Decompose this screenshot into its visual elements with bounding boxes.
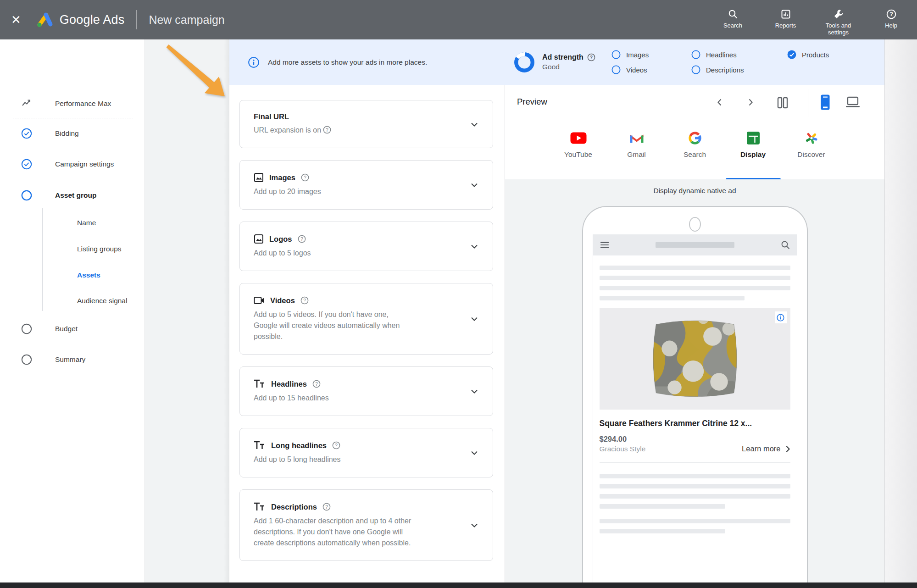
unchecked-circle-icon <box>611 65 621 74</box>
nav-tools-settings-button[interactable]: Tools and settings <box>816 9 861 36</box>
sidebar-item-budget[interactable]: Budget <box>0 320 78 338</box>
checklist-item-videos[interactable]: Videos <box>611 65 680 74</box>
phone-screen: Square Feathers Krammer Citrine 12 x... … <box>593 234 797 582</box>
sidebar-subitem-name[interactable]: Name <box>0 215 96 231</box>
help-circle-icon[interactable]: ? <box>301 173 309 182</box>
help-circle-icon[interactable]: ? <box>298 235 306 243</box>
skeleton-line <box>600 296 745 300</box>
chevron-down-icon[interactable] <box>469 447 480 458</box>
content-gutter <box>145 39 229 582</box>
checklist-label: Headlines <box>706 51 737 59</box>
nav-search-button[interactable]: Search <box>711 9 755 29</box>
help-circle-icon[interactable]: ? <box>323 126 331 134</box>
sidebar-item-campaign-settings[interactable]: Campaign settings <box>0 155 114 173</box>
long-headlines-card[interactable]: Long headlines ? Add up to 5 long headli… <box>239 428 493 477</box>
ad-info-icon[interactable] <box>775 311 787 323</box>
search-icon <box>728 9 739 20</box>
previous-preview-button[interactable] <box>714 95 725 110</box>
side-by-side-view-icon[interactable] <box>776 96 789 109</box>
card-subtitle: Add up to 5 long headlines <box>254 454 412 465</box>
preview-title: Preview <box>517 97 547 107</box>
menu-icon <box>600 240 609 249</box>
svg-text:?: ? <box>326 128 328 133</box>
next-preview-button[interactable] <box>745 95 756 110</box>
tab-youtube[interactable]: YouTube <box>551 121 606 179</box>
chevron-down-icon[interactable] <box>469 241 480 252</box>
tab-gmail[interactable]: Gmail <box>609 121 664 179</box>
sidebar-subitem-audience-signal[interactable]: Audience signal <box>0 293 127 309</box>
desktop-preview-button[interactable] <box>845 96 861 109</box>
checklist-item-images[interactable]: Images <box>611 50 680 59</box>
card-subtitle: Add up to 5 logos <box>254 248 412 259</box>
sidebar-item-performance-max[interactable]: Performance Max <box>0 94 111 113</box>
learn-more-label: Learn more <box>742 444 780 453</box>
sidebar-subitem-assets[interactable]: Assets <box>0 267 100 283</box>
chevron-down-icon[interactable] <box>469 520 480 531</box>
chevron-down-icon[interactable] <box>469 119 480 130</box>
tab-label: Discover <box>797 150 825 159</box>
nav-tools-settings-label: Tools and settings <box>816 22 861 36</box>
help-circle-icon[interactable]: ? <box>312 380 321 388</box>
sidebar-item-label: Summary <box>55 355 85 364</box>
sidebar-item-summary[interactable]: Summary <box>0 350 85 369</box>
sidebar-item-label: Budget <box>55 325 78 333</box>
phone-mockup: Square Feathers Krammer Citrine 12 x... … <box>582 206 808 582</box>
close-icon[interactable]: ✕ <box>11 14 21 26</box>
checklist-item-headlines[interactable]: Headlines <box>691 50 776 59</box>
step-todo-icon <box>21 354 32 365</box>
logos-card[interactable]: Logos ? Add up to 5 logos <box>239 222 493 271</box>
reports-icon <box>780 9 791 20</box>
unchecked-circle-icon <box>611 50 621 59</box>
chevron-down-icon[interactable] <box>469 386 480 397</box>
videos-card[interactable]: Videos ? Add up to 5 videos. If you don'… <box>239 283 493 355</box>
pillow-product-image <box>649 311 741 406</box>
chevron-down-icon[interactable] <box>469 179 480 190</box>
top-app-bar: ✕ Google Ads New campaign Search Reports <box>0 0 917 39</box>
checklist-item-descriptions[interactable]: Descriptions <box>691 65 776 74</box>
card-title: Videos <box>270 296 295 305</box>
unchecked-circle-icon <box>691 65 700 74</box>
desktop-background <box>884 39 917 582</box>
sidebar-subitem-listing-groups[interactable]: Listing groups <box>0 241 122 257</box>
nav-reports-label: Reports <box>775 22 796 29</box>
help-circle-icon[interactable]: ? <box>587 53 595 61</box>
checklist-label: Images <box>626 51 649 59</box>
tab-label: Search <box>684 150 706 159</box>
tab-display[interactable]: Display <box>726 121 781 179</box>
tab-search[interactable]: Search <box>667 121 722 179</box>
video-icon <box>254 295 265 305</box>
learn-more-button[interactable]: Learn more <box>742 444 790 453</box>
ad-strength-value: Good <box>542 63 595 71</box>
help-circle-icon[interactable]: ? <box>322 503 331 511</box>
page-title: New campaign <box>149 13 224 27</box>
help-circle-icon[interactable]: ? <box>332 441 340 449</box>
step-active-icon <box>21 190 32 201</box>
step-complete-icon <box>21 128 32 139</box>
descriptions-card[interactable]: Descriptions ? Add 1 60-character descri… <box>239 489 493 561</box>
ad-strength-donut-icon <box>514 52 535 73</box>
nav-reports-button[interactable]: Reports <box>763 9 808 29</box>
help-circle-icon[interactable]: ? <box>300 296 309 305</box>
card-subtitle: URL expansion is on <box>254 126 321 134</box>
ad-strength-banner: Add more assets to show your ads in more… <box>229 39 884 85</box>
product-title: Square Feathers Krammer Citrine 12 x... <box>600 419 790 428</box>
tab-discover[interactable]: Discover <box>784 121 839 179</box>
images-card[interactable]: Images ? Add up to 20 images <box>239 160 493 210</box>
checklist-item-products[interactable]: Products <box>787 50 856 59</box>
mobile-preview-button[interactable] <box>820 94 830 111</box>
final-url-card[interactable]: Final URL URL expansion is on? <box>239 100 493 148</box>
phone-camera-icon <box>689 217 701 232</box>
sidebar-item-asset-group[interactable]: Asset group <box>0 186 96 205</box>
chevron-down-icon[interactable] <box>469 313 480 324</box>
skeleton-line <box>600 494 790 499</box>
skeleton-line <box>600 276 790 280</box>
headlines-card[interactable]: Headlines ? Add up to 15 headlines <box>239 366 493 416</box>
campaign-steps-sidebar: Performance Max Bidding Campaign setting… <box>0 39 145 582</box>
svg-text:?: ? <box>335 443 338 448</box>
svg-text:?: ? <box>889 11 893 17</box>
sidebar-item-bidding[interactable]: Bidding <box>0 124 79 143</box>
nav-help-button[interactable]: ? Help <box>869 9 913 29</box>
sidebar-item-label: Bidding <box>55 129 79 138</box>
card-title: Descriptions <box>271 503 317 511</box>
preview-header: Preview <box>505 85 884 121</box>
